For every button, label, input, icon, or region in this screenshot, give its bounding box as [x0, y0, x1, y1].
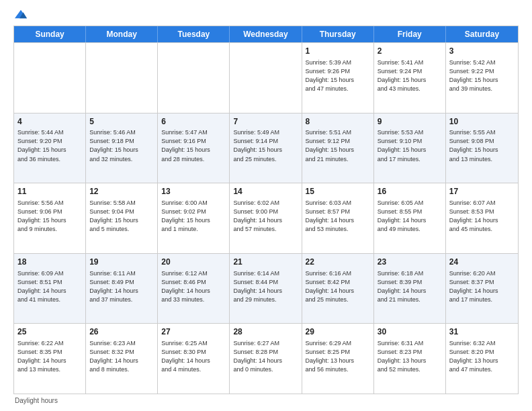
day-number: 11 — [17, 186, 82, 197]
calendar-header: SundayMondayTuesdayWednesdayThursdayFrid… — [14, 26, 518, 42]
cell-text: Sunrise: 6:32 AM Sunset: 8:20 PM Dayligh… — [449, 339, 515, 374]
day-number: 18 — [17, 257, 82, 268]
calendar-cell-r0c4: 1Sunrise: 5:39 AM Sunset: 9:26 PM Daylig… — [302, 43, 374, 113]
weekday-header-friday: Friday — [374, 26, 446, 42]
cell-text: Sunrise: 5:41 AM Sunset: 9:24 PM Dayligh… — [378, 58, 442, 93]
logo — [13, 11, 27, 20]
day-number: 3 — [449, 46, 515, 57]
day-number: 7 — [233, 116, 298, 128]
calendar-cell-r3c1: 19Sunrise: 6:11 AM Sunset: 8:49 PM Dayli… — [86, 254, 158, 324]
page: SundayMondayTuesdayWednesdayThursdayFrid… — [0, 0, 532, 411]
cell-text: Sunrise: 6:23 AM Sunset: 8:32 PM Dayligh… — [89, 339, 154, 374]
calendar-cell-r1c6: 10Sunrise: 5:55 AM Sunset: 9:08 PM Dayli… — [446, 113, 518, 183]
day-number: 2 — [378, 46, 442, 57]
cell-text: Sunrise: 6:07 AM Sunset: 8:53 PM Dayligh… — [449, 199, 515, 234]
day-number: 6 — [161, 116, 226, 128]
calendar-cell-r0c3 — [230, 43, 302, 113]
calendar-cell-r2c3: 14Sunrise: 6:02 AM Sunset: 9:00 PM Dayli… — [230, 183, 302, 253]
calendar-cell-r0c5: 2Sunrise: 5:41 AM Sunset: 9:24 PM Daylig… — [374, 43, 446, 113]
calendar-cell-r1c4: 8Sunrise: 5:51 AM Sunset: 9:12 PM Daylig… — [302, 113, 374, 183]
calendar-cell-r2c1: 12Sunrise: 5:58 AM Sunset: 9:04 PM Dayli… — [86, 183, 158, 253]
day-number: 29 — [306, 326, 370, 338]
day-number: 14 — [233, 186, 298, 197]
weekday-header-wednesday: Wednesday — [230, 26, 302, 42]
calendar: SundayMondayTuesdayWednesdayThursdayFrid… — [13, 26, 519, 394]
day-number: 4 — [17, 116, 82, 128]
day-number: 9 — [378, 116, 442, 128]
day-number: 10 — [449, 116, 515, 128]
calendar-cell-r4c6: 31Sunrise: 6:32 AM Sunset: 8:20 PM Dayli… — [446, 324, 518, 394]
calendar-cell-r0c1 — [86, 43, 158, 113]
calendar-cell-r3c4: 22Sunrise: 6:16 AM Sunset: 8:42 PM Dayli… — [302, 254, 374, 324]
cell-text: Sunrise: 6:27 AM Sunset: 8:28 PM Dayligh… — [233, 339, 298, 374]
day-number: 25 — [17, 326, 82, 338]
calendar-cell-r3c2: 20Sunrise: 6:12 AM Sunset: 8:46 PM Dayli… — [158, 254, 230, 324]
day-number: 19 — [89, 257, 154, 268]
day-number: 1 — [306, 46, 370, 57]
calendar-cell-r2c6: 17Sunrise: 6:07 AM Sunset: 8:53 PM Dayli… — [446, 183, 518, 253]
weekday-header-monday: Monday — [86, 26, 158, 42]
calendar-cell-r0c0 — [14, 43, 86, 113]
day-number: 22 — [306, 257, 370, 268]
header — [13, 11, 519, 20]
footer-note: Daylight hours — [13, 397, 519, 404]
day-number: 23 — [378, 257, 442, 268]
weekday-header-tuesday: Tuesday — [158, 26, 230, 42]
calendar-cell-r4c1: 26Sunrise: 6:23 AM Sunset: 8:32 PM Dayli… — [86, 324, 158, 394]
calendar-cell-r0c6: 3Sunrise: 5:42 AM Sunset: 9:22 PM Daylig… — [446, 43, 518, 113]
cell-text: Sunrise: 5:58 AM Sunset: 9:04 PM Dayligh… — [89, 199, 154, 234]
calendar-cell-r2c5: 16Sunrise: 6:05 AM Sunset: 8:55 PM Dayli… — [374, 183, 446, 253]
day-number: 5 — [89, 116, 154, 128]
cell-text: Sunrise: 5:51 AM Sunset: 9:12 PM Dayligh… — [306, 128, 370, 163]
calendar-cell-r3c5: 23Sunrise: 6:18 AM Sunset: 8:39 PM Dayli… — [374, 254, 446, 324]
cell-text: Sunrise: 5:46 AM Sunset: 9:18 PM Dayligh… — [89, 128, 154, 163]
calendar-cell-r2c4: 15Sunrise: 6:03 AM Sunset: 8:57 PM Dayli… — [302, 183, 374, 253]
cell-text: Sunrise: 6:18 AM Sunset: 8:39 PM Dayligh… — [378, 269, 442, 304]
calendar-cell-r0c2 — [158, 43, 230, 113]
day-number: 31 — [449, 326, 515, 338]
cell-text: Sunrise: 6:20 AM Sunset: 8:37 PM Dayligh… — [449, 269, 515, 304]
calendar-cell-r1c1: 5Sunrise: 5:46 AM Sunset: 9:18 PM Daylig… — [86, 113, 158, 183]
calendar-row-4: 25Sunrise: 6:22 AM Sunset: 8:35 PM Dayli… — [14, 323, 518, 394]
calendar-row-1: 4Sunrise: 5:44 AM Sunset: 9:20 PM Daylig… — [14, 113, 518, 183]
day-number: 13 — [161, 186, 226, 197]
day-number: 20 — [161, 257, 226, 268]
day-number: 28 — [233, 326, 298, 338]
weekday-header-saturday: Saturday — [446, 26, 518, 42]
calendar-cell-r4c2: 27Sunrise: 6:25 AM Sunset: 8:30 PM Dayli… — [158, 324, 230, 394]
cell-text: Sunrise: 6:12 AM Sunset: 8:46 PM Dayligh… — [161, 269, 226, 304]
day-number: 16 — [378, 186, 442, 197]
cell-text: Sunrise: 6:14 AM Sunset: 8:44 PM Dayligh… — [233, 269, 298, 304]
cell-text: Sunrise: 6:05 AM Sunset: 8:55 PM Dayligh… — [378, 199, 442, 234]
cell-text: Sunrise: 6:11 AM Sunset: 8:49 PM Dayligh… — [89, 269, 154, 304]
calendar-cell-r1c5: 9Sunrise: 5:53 AM Sunset: 9:10 PM Daylig… — [374, 113, 446, 183]
calendar-cell-r4c0: 25Sunrise: 6:22 AM Sunset: 8:35 PM Dayli… — [14, 324, 86, 394]
cell-text: Sunrise: 6:03 AM Sunset: 8:57 PM Dayligh… — [306, 199, 370, 234]
calendar-cell-r1c0: 4Sunrise: 5:44 AM Sunset: 9:20 PM Daylig… — [14, 113, 86, 183]
day-number: 24 — [449, 257, 515, 268]
weekday-header-thursday: Thursday — [302, 26, 374, 42]
calendar-cell-r1c2: 6Sunrise: 5:47 AM Sunset: 9:16 PM Daylig… — [158, 113, 230, 183]
calendar-row-2: 11Sunrise: 5:56 AM Sunset: 9:06 PM Dayli… — [14, 183, 518, 253]
calendar-row-0: 1Sunrise: 5:39 AM Sunset: 9:26 PM Daylig… — [14, 42, 518, 113]
cell-text: Sunrise: 6:22 AM Sunset: 8:35 PM Dayligh… — [17, 339, 82, 374]
day-number: 8 — [306, 116, 370, 128]
day-number: 15 — [306, 186, 370, 197]
cell-text: Sunrise: 6:09 AM Sunset: 8:51 PM Dayligh… — [17, 269, 82, 304]
cell-text: Sunrise: 5:56 AM Sunset: 9:06 PM Dayligh… — [17, 199, 82, 234]
cell-text: Sunrise: 5:53 AM Sunset: 9:10 PM Dayligh… — [378, 128, 442, 163]
calendar-cell-r4c3: 28Sunrise: 6:27 AM Sunset: 8:28 PM Dayli… — [230, 324, 302, 394]
day-number: 17 — [449, 186, 515, 197]
calendar-row-3: 18Sunrise: 6:09 AM Sunset: 8:51 PM Dayli… — [14, 253, 518, 324]
logo-icon — [15, 9, 27, 19]
cell-text: Sunrise: 5:39 AM Sunset: 9:26 PM Dayligh… — [306, 58, 370, 93]
calendar-body: 1Sunrise: 5:39 AM Sunset: 9:26 PM Daylig… — [14, 42, 518, 394]
cell-text: Sunrise: 5:47 AM Sunset: 9:16 PM Dayligh… — [161, 128, 226, 163]
cell-text: Sunrise: 5:49 AM Sunset: 9:14 PM Dayligh… — [233, 128, 298, 163]
logo-text — [13, 11, 27, 20]
calendar-cell-r3c6: 24Sunrise: 6:20 AM Sunset: 8:37 PM Dayli… — [446, 254, 518, 324]
cell-text: Sunrise: 5:42 AM Sunset: 9:22 PM Dayligh… — [449, 58, 515, 93]
calendar-cell-r4c5: 30Sunrise: 6:31 AM Sunset: 8:23 PM Dayli… — [374, 324, 446, 394]
cell-text: Sunrise: 6:00 AM Sunset: 9:02 PM Dayligh… — [161, 199, 226, 234]
day-number: 26 — [89, 326, 154, 338]
